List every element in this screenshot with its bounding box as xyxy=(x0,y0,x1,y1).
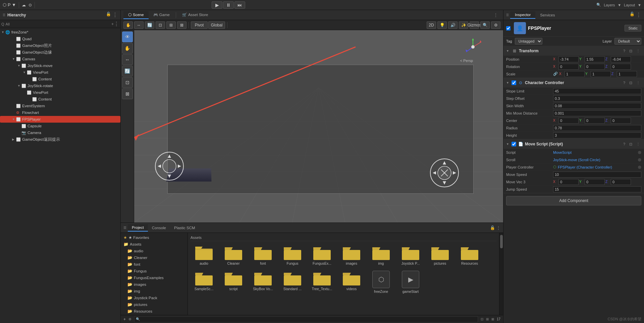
audio-btn[interactable]: 🔊 xyxy=(448,21,458,29)
proj-lock[interactable]: 🔓 xyxy=(490,225,495,230)
asset-cleaner[interactable]: Cleaner xyxy=(220,244,247,267)
project-sidebar-scroll[interactable]: ★ ★ Favorites 📁 Assets 📂 audio xyxy=(121,234,187,314)
asset-img[interactable]: img xyxy=(368,244,394,267)
proj-filter-icon[interactable]: ⚙ xyxy=(128,317,131,321)
scale-z-input[interactable] xyxy=(617,71,637,77)
tab-asset-store[interactable]: 🛒 Asset Store xyxy=(177,11,213,19)
step-button[interactable]: ⏭ xyxy=(234,1,245,9)
hierarchy-lock[interactable]: 🔓 xyxy=(106,12,111,18)
hierarchy-item-viewport2[interactable]: ⬜ ViewPort xyxy=(0,89,120,96)
asset-standard[interactable]: Standard ... xyxy=(279,269,306,295)
slope-limit-input[interactable] xyxy=(553,88,641,94)
scene-tool-move[interactable]: ✋ xyxy=(123,21,133,29)
hierarchy-item-content1[interactable]: ⬜ Content xyxy=(0,76,120,82)
pos-x-input[interactable] xyxy=(558,56,579,62)
asset-script[interactable]: script xyxy=(220,269,247,295)
transform-comp-header[interactable]: ▼ ⊞ Transform ? ⊡ ⋮ xyxy=(503,46,644,56)
global-btn[interactable]: Global xyxy=(208,21,225,29)
radius-input[interactable] xyxy=(553,125,641,131)
proj-tree-pictures[interactable]: 📂 pictures xyxy=(121,301,187,308)
scene-tool-rect[interactable]: ⊞ xyxy=(166,21,176,29)
hierarchy-item-capsule[interactable]: ⬜ Capsule xyxy=(0,123,120,129)
cc-more-btn[interactable]: ⋮ xyxy=(635,80,641,86)
tab-game[interactable]: 🎮 Game xyxy=(149,11,174,19)
ms-help-btn[interactable]: ? xyxy=(622,141,627,147)
scale-lock-icon[interactable]: 🔗 xyxy=(553,72,558,76)
pc-circle-btn[interactable]: ◎ xyxy=(638,165,641,169)
mv3-y-input[interactable] xyxy=(585,179,605,185)
layout-dropdown-icon[interactable]: ▼ xyxy=(638,3,641,7)
proj-tree-favorites[interactable]: ★ ★ Favorites xyxy=(121,234,187,241)
proj-tree-joystick[interactable]: 📂 Joystick Pack xyxy=(121,295,187,301)
scene-left-eye[interactable]: 👁 xyxy=(122,31,133,42)
step-offset-input[interactable] xyxy=(553,95,641,102)
obj-active-checkbox[interactable] xyxy=(506,26,511,30)
tag-select[interactable]: Untagged xyxy=(515,38,542,45)
proj-tree-assets-root[interactable]: 📁 Assets xyxy=(121,241,187,248)
hierarchy-item-eventsystem[interactable]: ⬜ EventSystem xyxy=(0,103,120,109)
asset-freezone[interactable]: ⬡ freeZone xyxy=(368,269,394,295)
asset-fungus[interactable]: Fungus xyxy=(279,244,306,267)
hierarchy-item-joystick-move[interactable]: ▼ ⬜ JoyStick-move xyxy=(0,62,120,69)
search-icon[interactable]: 🔍 xyxy=(596,3,601,7)
proj-icon3[interactable]: ⊠ xyxy=(491,317,494,321)
scale-y-input[interactable] xyxy=(591,71,611,77)
mv3-x-input[interactable] xyxy=(558,179,579,185)
proj-tree-img[interactable]: 📂 img xyxy=(121,288,187,295)
height-input[interactable] xyxy=(553,132,641,138)
static-button[interactable]: Static xyxy=(625,25,641,31)
hierarchy-item-go-return[interactable]: ▶ ⬜ GameObject返回提示 xyxy=(0,136,120,143)
proj-tree-resources[interactable]: 📂 Resources xyxy=(121,308,187,314)
asset-joystick[interactable]: Joystick P... xyxy=(397,244,424,267)
cc-help-btn[interactable]: ? xyxy=(622,80,627,86)
asset-resources[interactable]: Resources xyxy=(456,244,483,267)
tab-services[interactable]: Services xyxy=(535,12,559,18)
proj-tree-cleaner[interactable]: 📂 Cleaner xyxy=(121,254,187,261)
asset-font[interactable]: font xyxy=(250,244,276,267)
scroll-circle-btn[interactable]: ◎ xyxy=(638,157,641,162)
layout-label[interactable]: Layout xyxy=(624,3,635,7)
proj-more[interactable]: ⋮ xyxy=(496,225,500,230)
obj-name[interactable]: FPSPlayer xyxy=(528,25,551,31)
2d-btn[interactable]: 2D xyxy=(427,21,436,29)
asset-images[interactable]: images xyxy=(338,244,365,267)
search-scene-btn[interactable]: 🔍 xyxy=(480,21,490,29)
pause-button[interactable]: ⏸ xyxy=(223,1,234,9)
scale-x-input[interactable] xyxy=(565,71,585,77)
asset-videos[interactable]: videos xyxy=(338,269,365,295)
transform-help-btn[interactable]: ? xyxy=(622,48,627,54)
proj-tree-fungus[interactable]: 📂 Fungus xyxy=(121,268,187,274)
skin-width-input[interactable] xyxy=(553,103,641,109)
ms-comp-header[interactable]: ▼ 📄 Move Script (Script) ? ⊡ ⋮ xyxy=(503,139,644,149)
pos-y-input[interactable] xyxy=(585,56,605,62)
hierarchy-item-viewport1[interactable]: ▼ ⬜ ViewPort xyxy=(0,69,120,76)
cc-comp-header[interactable]: ▼ ⊙ Character Controller ? ⊡ ⋮ xyxy=(503,78,644,87)
asset-treetexture[interactable]: Tree_Textu... xyxy=(309,269,335,295)
gizmos-btn[interactable]: Gizmos xyxy=(470,21,479,29)
asset-fungusex[interactable]: FungusEx... xyxy=(309,244,335,267)
layer-select[interactable]: Default xyxy=(614,38,641,45)
hierarchy-item-content2[interactable]: ⬜ Content xyxy=(0,96,120,103)
hierarchy-menu[interactable]: ⋮ xyxy=(112,12,118,18)
ms-active-checkbox[interactable] xyxy=(512,142,516,146)
ms-more-btn[interactable]: ⋮ xyxy=(635,141,641,147)
scene-tool-custom[interactable]: ⊠ xyxy=(177,21,186,29)
asset-samplescenes[interactable]: SampleSc... xyxy=(191,269,217,295)
cloud-icon[interactable]: ☁ xyxy=(22,3,26,7)
scene-left-rotate[interactable]: 🔄 xyxy=(122,66,133,76)
asset-gamestart[interactable]: ▶ gameStart xyxy=(397,269,424,295)
scene-tool-scale[interactable]: ⊡ xyxy=(156,21,165,29)
account-dropdown[interactable]: P ▼ xyxy=(8,2,16,7)
hierarchy-item-camera[interactable]: 📷 Camera xyxy=(0,129,120,136)
scene-left-custom[interactable]: ⊠ xyxy=(122,88,133,99)
asset-pictures[interactable]: pictures xyxy=(427,244,453,267)
mv3-z-input[interactable] xyxy=(611,179,631,185)
rot-z-input[interactable] xyxy=(611,64,631,70)
tab-plastic-scm[interactable]: Plastic SCM xyxy=(170,224,199,231)
insp-lock-btn[interactable]: 🔓 xyxy=(630,12,635,18)
proj-tree-audio[interactable]: 📂 audio xyxy=(121,248,187,254)
proj-search-bar[interactable]: 🔍 xyxy=(134,316,478,322)
layers-dropdown-icon[interactable]: ▼ xyxy=(618,3,621,7)
hierarchy-item-fpsplayer[interactable]: ▼ ⬜ FPSPlayer xyxy=(0,116,120,123)
center-y-input[interactable] xyxy=(585,118,605,124)
